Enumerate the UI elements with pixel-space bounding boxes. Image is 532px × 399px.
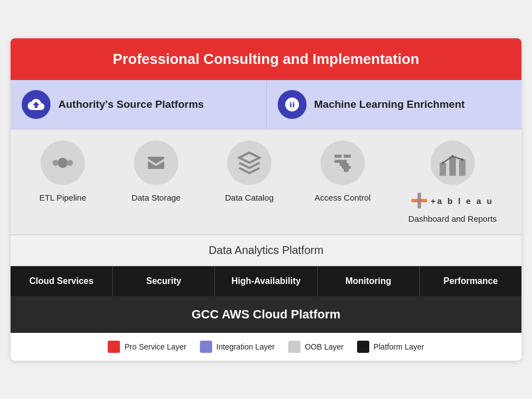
svg-point-9 [441,162,444,164]
authority-icon [22,90,51,119]
platform-item-cloud: Cloud Services [11,266,113,296]
oob-item-access: Access Control [304,141,382,202]
svg-rect-8 [459,159,466,176]
tableau-label: Dashboard and Reports [408,214,496,223]
legend-item-integration: Integration Layer [200,341,275,353]
oob-item-catalog: Data Catalog [210,141,288,202]
legend-box-integration [200,341,212,353]
svg-point-3 [53,160,59,166]
svg-point-0 [288,99,290,102]
storage-label: Data Storage [132,193,180,202]
svg-rect-14 [418,193,421,208]
legend-box-oob [288,341,300,353]
ml-label: Machine Learning Enrichment [314,98,465,111]
analytics-label: Data Analytics Platform [11,235,521,266]
access-icon-circle [320,141,365,185]
svg-point-11 [461,158,464,161]
svg-rect-6 [440,163,446,176]
gcc-section: GCC AWS Cloud Platform [11,296,521,333]
legend-item-platform: Platform Layer [357,341,424,353]
oob-item-storage: Data Storage [117,141,195,202]
svg-point-4 [67,160,73,166]
platform-item-security: Security [113,266,215,296]
legend-section: Pro Service Layer Integration Layer OOB … [11,333,521,361]
etl-label: ETL Pipeline [39,193,87,202]
legend-label-pro: Pro Service Layer [124,342,186,351]
svg-rect-5 [59,162,67,164]
ml-icon [278,90,307,119]
main-container: Professional Consulting and Implementati… [11,38,521,361]
platform-item-ha: High-Availability [215,266,317,296]
integration-left: Authority's Source Platforms [11,80,267,129]
access-label: Access Control [315,193,371,202]
legend-label-platform: Platform Layer [374,342,424,351]
platform-item-monitoring: Monitoring [318,266,420,296]
legend-item-pro: Pro Service Layer [108,341,186,353]
platform-item-performance: Performance [420,266,521,296]
legend-box-platform [357,341,369,353]
svg-point-1 [294,99,296,102]
catalog-icon-circle [227,141,272,185]
header-section: Professional Consulting and Implementati… [11,38,521,80]
oob-item-etl: ETL Pipeline [24,141,102,202]
storage-icon-circle [134,141,178,185]
oob-item-tableau: +a b l e a u Dashboard and Reports [397,141,508,223]
legend-box-pro [108,341,120,353]
platform-section: Cloud Services Security High-Availabilit… [11,266,521,296]
etl-icon-circle [41,141,85,185]
legend-label-integration: Integration Layer [217,342,275,351]
svg-point-10 [451,155,454,158]
tableau-logo-row: +a b l e a u [411,193,493,208]
integration-section: Authority's Source Platforms Machine Lea… [11,80,521,129]
legend-label-oob: OOB Layer [305,342,344,351]
legend-item-oob: OOB Layer [288,341,344,353]
svg-rect-7 [449,156,456,176]
authority-label: Authority's Source Platforms [58,98,204,111]
catalog-label: Data Catalog [225,193,274,202]
header-title: Professional Consulting and Implementati… [113,51,419,67]
tableau-icon-circle [430,141,475,185]
oob-section: ETL Pipeline Data Storage Data Catalog [11,129,521,235]
tableau-text: +a b l e a u [430,196,493,206]
integration-right: Machine Learning Enrichment [267,80,522,129]
